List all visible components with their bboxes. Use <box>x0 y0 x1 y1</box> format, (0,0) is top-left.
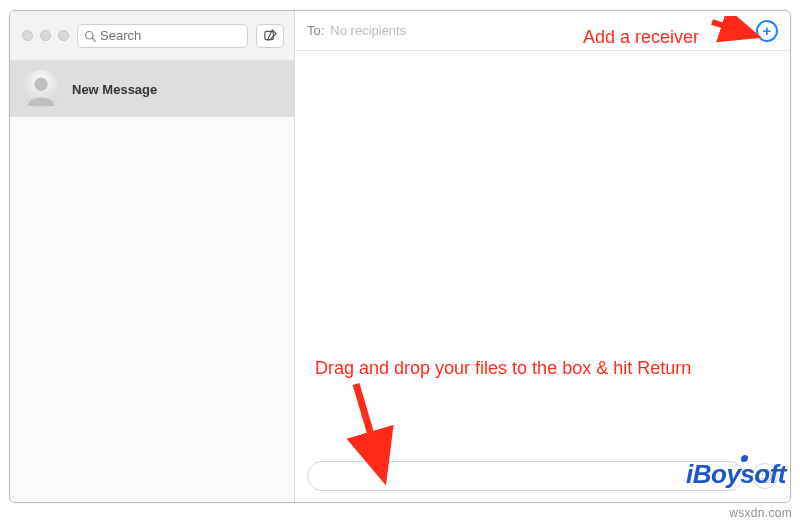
add-recipient-button[interactable]: + <box>756 20 778 42</box>
search-field[interactable] <box>77 24 248 48</box>
input-row <box>295 458 790 502</box>
close-window-button[interactable] <box>22 30 33 41</box>
message-area[interactable] <box>295 51 790 458</box>
main-pane: To: No recipients + <box>295 11 790 502</box>
to-field-row: To: No recipients + <box>295 11 790 51</box>
to-recipients[interactable]: No recipients <box>330 23 406 38</box>
search-input[interactable] <box>100 28 241 43</box>
to-label: To: <box>307 23 324 38</box>
sidebar-header <box>10 11 294 61</box>
conversation-item[interactable]: New Message <box>10 61 294 117</box>
minimize-window-button[interactable] <box>40 30 51 41</box>
svg-point-3 <box>34 78 47 91</box>
watermark-site: wsxdn.com <box>729 506 792 520</box>
svg-point-5 <box>762 473 764 475</box>
emoji-button[interactable] <box>752 463 778 489</box>
compose-button[interactable] <box>256 24 284 48</box>
svg-line-1 <box>92 38 95 41</box>
conversation-title: New Message <box>72 82 157 97</box>
message-input[interactable] <box>307 461 744 491</box>
conversation-list: New Message <box>10 61 294 502</box>
compose-icon <box>263 28 278 43</box>
smile-icon <box>757 468 773 484</box>
sidebar: New Message <box>10 11 295 502</box>
zoom-window-button[interactable] <box>58 30 69 41</box>
avatar <box>22 70 60 108</box>
svg-point-6 <box>767 473 769 475</box>
search-icon <box>84 30 96 42</box>
messages-window: New Message To: No recipients + <box>9 10 791 503</box>
window-controls <box>20 30 69 41</box>
svg-point-4 <box>759 470 772 483</box>
plus-icon: + <box>763 23 772 38</box>
